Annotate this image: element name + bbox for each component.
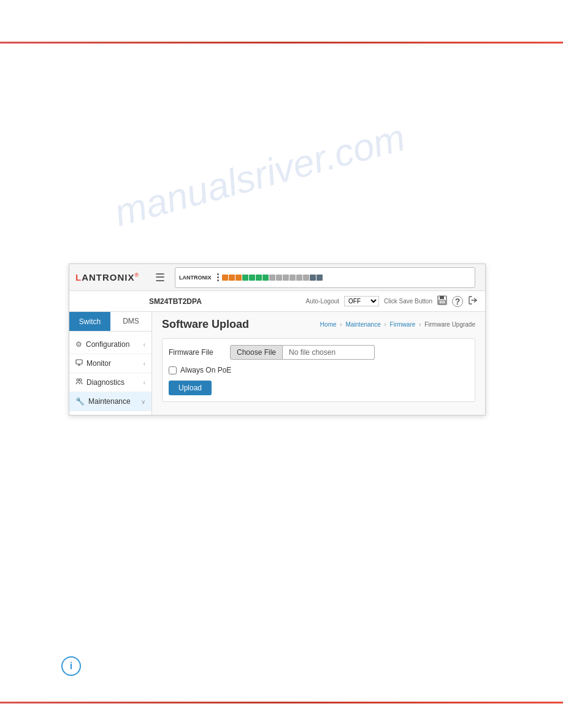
firmware-file-row: Firmware File Choose File No file chosen: [169, 345, 469, 360]
save-icon[interactable]: [437, 295, 447, 308]
port-4: [242, 275, 248, 281]
port-7: [262, 275, 269, 281]
switch-panel-dots: [217, 273, 219, 281]
port-8: [269, 275, 275, 281]
port-11: [289, 275, 296, 281]
sidebar-item-diagnostics[interactable]: Diagnostics ‹: [69, 373, 151, 392]
monitor-label: Monitor: [86, 359, 111, 368]
choose-file-button[interactable]: Choose File: [230, 345, 283, 360]
sidebar-menu: ⚙ Configuration ‹: [69, 332, 151, 415]
configuration-icon: ⚙: [75, 340, 82, 349]
svg-rect-3: [440, 301, 444, 303]
device-banner: LANTRONIX® ☰ LANTRONIX: [69, 264, 485, 291]
diagnostics-item-left: Diagnostics: [75, 378, 124, 387]
subheader-icons: ?: [437, 295, 478, 308]
logo-rest: ANTRONIX: [82, 272, 134, 282]
svg-rect-1: [440, 296, 444, 299]
port-3: [236, 275, 242, 281]
port-10: [283, 275, 289, 281]
help-icon[interactable]: ?: [452, 296, 463, 307]
maintenance-item-left: 🔧 Maintenance: [75, 397, 131, 406]
click-save-button[interactable]: Click Save Button: [384, 298, 432, 305]
configuration-item-left: ⚙ Configuration: [75, 340, 129, 349]
maintenance-icon: 🔧: [75, 397, 85, 406]
tab-switch[interactable]: Switch: [69, 312, 110, 331]
upload-button[interactable]: Upload: [169, 381, 212, 395]
always-on-poe-checkbox[interactable]: [169, 366, 177, 374]
bottom-decorative-line: [0, 702, 563, 703]
port-9: [276, 275, 282, 281]
tab-dms[interactable]: DMS: [110, 312, 151, 331]
sidebar-tabs: Switch DMS: [69, 312, 151, 332]
diagnostics-label: Diagnostics: [86, 378, 124, 387]
sidebar-item-monitor[interactable]: Monitor ‹: [69, 354, 151, 373]
port-row-top: [222, 275, 323, 281]
configuration-chevron: ‹: [144, 341, 145, 348]
lantronix-logo-text: LANTRONIX®: [75, 272, 139, 282]
switch-panel-label: LANTRONIX: [179, 275, 212, 281]
port-sfp2: [316, 275, 323, 281]
monitor-chevron: ‹: [144, 360, 145, 367]
sidebar-item-configuration[interactable]: ⚙ Configuration ‹: [69, 335, 151, 354]
breadcrumb-firmware[interactable]: Firmware: [390, 321, 416, 328]
monitor-icon: [75, 359, 83, 368]
sidebar-item-maintenance[interactable]: 🔧 Maintenance ∨: [69, 392, 151, 411]
always-on-poe-label[interactable]: Always On PoE: [180, 366, 231, 374]
content-header: Software Upload Home › Maintenance › Fir…: [162, 318, 475, 331]
breadcrumb-home[interactable]: Home: [320, 321, 337, 328]
logo-l: L: [75, 272, 82, 282]
brand-logo: LANTRONIX®: [75, 272, 149, 282]
maintenance-label: Maintenance: [88, 397, 131, 406]
port-6: [256, 275, 262, 281]
main-content: Software Upload Home › Maintenance › Fir…: [152, 312, 485, 415]
port-sfp1: [310, 275, 316, 281]
diagnostics-icon: [75, 378, 83, 387]
device-model-label: SM24TBT2DPA: [149, 297, 202, 306]
hamburger-menu-icon[interactable]: ☰: [155, 271, 165, 284]
info-icon-container: i: [61, 656, 81, 676]
maintenance-chevron: ∨: [141, 398, 145, 405]
main-layout: Switch DMS ⚙ Configuration ‹: [69, 312, 485, 415]
svg-point-8: [77, 379, 79, 381]
port-5: [249, 275, 255, 281]
port-2: [229, 275, 235, 281]
watermark: manualsriver.com: [110, 115, 410, 235]
breadcrumb-sep1: ›: [340, 321, 342, 328]
monitor-item-left: Monitor: [75, 359, 111, 368]
top-decorative-line: [0, 42, 563, 44]
form-section: Firmware File Choose File No file chosen…: [162, 338, 475, 402]
breadcrumb: Home › Maintenance › Firmware › Firmware…: [320, 321, 475, 328]
info-icon: i: [61, 656, 81, 676]
breadcrumb-maintenance[interactable]: Maintenance: [345, 321, 380, 328]
logout-icon[interactable]: [468, 295, 478, 308]
autologout-label: Auto-Logout: [306, 298, 340, 305]
ui-container: LANTRONIX® ☰ LANTRONIX: [69, 264, 486, 415]
page-wrapper: manualsriver.com LANTRONIX® ☰ LANTRONIX: [0, 0, 563, 728]
svg-rect-5: [76, 360, 82, 364]
diagnostics-chevron: ‹: [144, 379, 145, 386]
autologout-select[interactable]: OFF 5 min 10 min 30 min: [344, 296, 379, 306]
logo-registered: ®: [135, 272, 140, 278]
firmware-file-label: Firmware File: [169, 348, 224, 357]
sidebar: Switch DMS ⚙ Configuration ‹: [69, 312, 152, 415]
breadcrumb-sep3: ›: [419, 321, 421, 328]
port-13: [303, 275, 309, 281]
file-name-display: No file chosen: [283, 345, 375, 360]
svg-point-9: [79, 379, 82, 381]
port-1: [222, 275, 228, 281]
switch-panel: LANTRONIX: [175, 267, 475, 288]
device-subheader: SM24TBT2DPA Auto-Logout OFF 5 min 10 min…: [69, 291, 485, 312]
page-title: Software Upload: [162, 318, 249, 331]
file-input-wrapper: Choose File No file chosen: [230, 345, 375, 360]
breadcrumb-sep2: ›: [384, 321, 386, 328]
always-on-poe-row: Always On PoE: [169, 366, 469, 374]
configuration-label: Configuration: [86, 340, 129, 349]
breadcrumb-current: Firmware Upgrade: [424, 321, 475, 328]
port-12: [296, 275, 302, 281]
